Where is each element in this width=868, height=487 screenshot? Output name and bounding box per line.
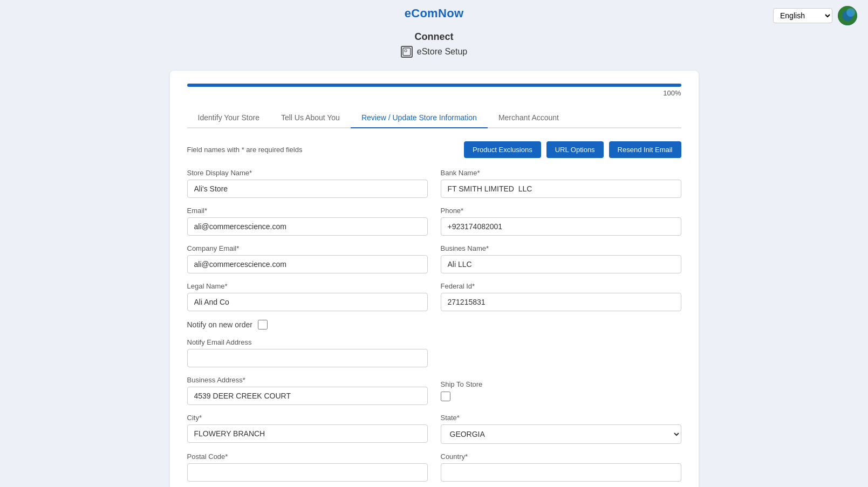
notify-email-label: Notify Email Address <box>187 338 428 346</box>
email-input[interactable] <box>187 217 428 236</box>
phone-input[interactable] <box>441 217 681 236</box>
language-selector[interactable]: English <box>773 8 832 23</box>
state-select[interactable]: GEORGIA ALABAMA ALASKA ARIZONA CALIFORNI… <box>441 424 681 444</box>
product-exclusions-button[interactable]: Product Exclusions <box>464 141 541 158</box>
company-email-input[interactable] <box>187 255 428 273</box>
bank-name-group: Bank Name* <box>441 169 681 198</box>
main-card: 100% Identify Your Store Tell Us About Y… <box>170 71 699 487</box>
svg-point-2 <box>846 8 855 17</box>
company-email-label: Company Email* <box>187 244 428 252</box>
form-row-3: Company Email* Busines Name* <box>187 244 681 273</box>
form-row-postal-country: Postal Code* Country* <box>187 452 681 482</box>
tab-tell-us[interactable]: Tell Us About You <box>270 108 351 127</box>
progress-label: 100% <box>187 89 681 97</box>
company-email-group: Company Email* <box>187 244 428 273</box>
logo-plain: eCom <box>405 6 438 20</box>
form-row-1: Store Display Name* Bank Name* <box>187 169 681 198</box>
header: eComNow English <box>0 0 868 31</box>
progress-bar-wrapper: 100% <box>187 84 681 97</box>
city-input[interactable] <box>187 424 428 443</box>
estore-setup-title: eStore Setup <box>0 46 868 58</box>
header-right: English <box>773 6 857 25</box>
country-input[interactable] <box>441 463 681 482</box>
email-group: Email* <box>187 207 428 236</box>
federal-id-label: Federal Id* <box>441 282 681 290</box>
tab-identify[interactable]: Identify Your Store <box>187 108 270 127</box>
form-row-4: Legal Name* Federal Id* <box>187 282 681 311</box>
form-row-notify-email: Notify Email Address <box>187 338 681 367</box>
tab-merchant[interactable]: Merchant Account <box>488 108 570 127</box>
store-display-name-label: Store Display Name* <box>187 169 428 177</box>
business-address-input[interactable] <box>187 387 428 405</box>
action-buttons: Product Exclusions URL Options Resend In… <box>464 141 681 158</box>
form-row-city-state: City* State* GEORGIA ALABAMA ALASKA ARIZ… <box>187 414 681 444</box>
store-display-name-group: Store Display Name* <box>187 169 428 198</box>
required-note: Field names with * are required fields <box>187 146 303 154</box>
store-display-name-input[interactable] <box>187 180 428 198</box>
connect-title: Connect <box>0 31 868 43</box>
busines-name-label: Busines Name* <box>441 244 681 252</box>
legal-name-group: Legal Name* <box>187 282 428 311</box>
progress-bar-fill <box>187 84 681 87</box>
legal-name-input[interactable] <box>187 293 428 311</box>
logo-bold: Now <box>438 6 463 20</box>
ship-to-store-checkbox[interactable] <box>441 392 450 401</box>
postal-code-input[interactable] <box>187 463 428 482</box>
busines-name-group: Busines Name* <box>441 244 681 273</box>
business-address-group: Business Address* <box>187 376 428 405</box>
form-row-2: Email* Phone* <box>187 207 681 236</box>
ship-to-store-label: Ship To Store <box>441 380 681 388</box>
tab-review[interactable]: Review / Update Store Information <box>351 108 488 128</box>
tabs: Identify Your Store Tell Us About You Re… <box>187 108 681 128</box>
phone-group: Phone* <box>441 207 681 236</box>
app-logo: eComNow <box>405 6 464 20</box>
federal-id-input[interactable] <box>441 293 681 311</box>
legal-name-label: Legal Name* <box>187 282 428 290</box>
city-label: City* <box>187 414 428 422</box>
store-icon <box>401 46 413 58</box>
form-header: Field names with * are required fields P… <box>187 141 681 158</box>
notify-new-order-checkbox[interactable] <box>258 320 268 330</box>
postal-code-label: Postal Code* <box>187 452 428 461</box>
country-group: Country* <box>441 452 681 482</box>
federal-id-group: Federal Id* <box>441 282 681 311</box>
notify-email-group: Notify Email Address <box>187 338 428 367</box>
notify-new-order-row: Notify on new order <box>187 320 681 330</box>
svg-rect-4 <box>405 50 407 52</box>
bank-name-label: Bank Name* <box>441 169 681 177</box>
phone-label: Phone* <box>441 207 681 215</box>
business-address-label: Business Address* <box>187 376 428 384</box>
url-options-button[interactable]: URL Options <box>546 141 604 158</box>
avatar-image <box>838 6 857 25</box>
bank-name-input[interactable] <box>441 180 681 198</box>
state-group: State* GEORGIA ALABAMA ALASKA ARIZONA CA… <box>441 414 681 444</box>
country-label: Country* <box>441 452 681 461</box>
progress-bar-bg <box>187 84 681 87</box>
notify-email-input[interactable] <box>187 349 428 367</box>
busines-name-input[interactable] <box>441 255 681 273</box>
city-group: City* <box>187 414 428 444</box>
avatar[interactable] <box>838 6 857 25</box>
form-row-address: Business Address* Ship To Store <box>187 376 681 405</box>
resend-init-email-button[interactable]: Resend Init Email <box>609 141 681 158</box>
postal-code-group: Postal Code* <box>187 452 428 482</box>
notify-new-order-label: Notify on new order <box>187 320 252 329</box>
state-label: State* <box>441 414 681 422</box>
ship-to-store-group: Ship To Store <box>441 376 681 405</box>
email-label: Email* <box>187 207 428 215</box>
